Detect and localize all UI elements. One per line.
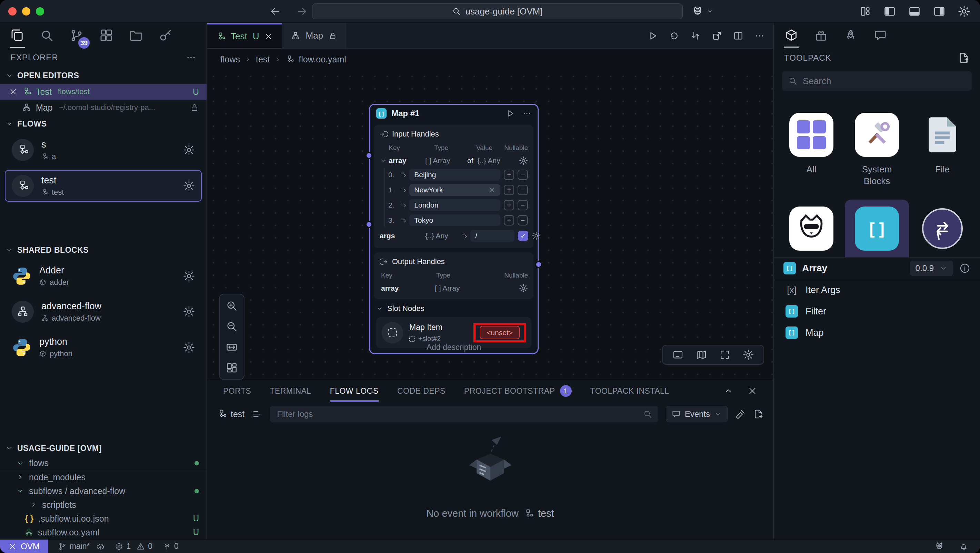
search-view-icon[interactable] — [39, 24, 54, 47]
tree-item-scriptlets[interactable]: scriptlets — [0, 498, 207, 512]
handle-settings-gear[interactable] — [519, 284, 528, 293]
add-item-button[interactable]: + — [504, 200, 514, 210]
category-all[interactable]: All — [779, 113, 843, 187]
fullscreen-button[interactable] — [719, 349, 730, 360]
array-item-input[interactable]: NewYork — [409, 184, 500, 196]
assistant-menu[interactable] — [691, 5, 713, 17]
open-editor-test[interactable]: Test flows/test U — [0, 84, 207, 100]
tree-item-subflow-ui-json[interactable]: { } .subflow.ui.oo.json U — [0, 512, 207, 525]
array-item-row[interactable]: 0. “› Beijing + − — [388, 168, 528, 181]
shared-block-python[interactable]: python python — [5, 332, 202, 363]
add-description-button[interactable]: Add description — [369, 343, 539, 352]
log-flow-selector[interactable]: test — [217, 409, 245, 419]
output-row-array[interactable]: array [ ] Array — [380, 282, 528, 294]
run-flow-button[interactable] — [648, 31, 658, 41]
flow-item-test[interactable]: test test — [5, 170, 202, 202]
rerun-button[interactable] — [669, 31, 679, 41]
node-more-button[interactable] — [522, 109, 531, 118]
string-type-icon[interactable]: “› — [401, 186, 406, 194]
ports-status[interactable]: 0 — [163, 542, 179, 551]
input-row-array[interactable]: array [ ] Array of {..} Any — [380, 154, 528, 167]
customize-layout-button[interactable] — [859, 6, 871, 17]
string-type-icon[interactable]: “› — [462, 232, 467, 240]
breadcrumb[interactable]: flows test flow.oo.yaml — [207, 49, 773, 70]
notifications-bell-icon[interactable] — [959, 542, 968, 551]
folder-view-icon[interactable] — [128, 24, 143, 47]
log-level-list-button[interactable] — [252, 409, 262, 419]
marketplace-view-icon[interactable] — [814, 24, 828, 47]
extensions-view-icon[interactable] — [99, 24, 114, 47]
forward-button[interactable] — [296, 6, 308, 17]
map-node[interactable]: [ ] Map #1 Input Handles Key — [369, 104, 539, 354]
block-settings-gear[interactable] — [183, 342, 195, 353]
close-icon[interactable] — [9, 87, 17, 96]
remove-item-button[interactable]: − — [518, 215, 528, 226]
close-tab-icon[interactable] — [264, 32, 273, 41]
slot-unset-button[interactable]: <unset> — [480, 326, 520, 339]
category-transform[interactable]: Transform — [910, 207, 974, 257]
remote-indicator[interactable]: OVM — [0, 540, 48, 553]
tab-toolpack-install[interactable]: TOOLPACK INSTALL — [590, 380, 669, 402]
toolpack-search-input[interactable] — [802, 76, 966, 87]
toolpack-view-icon[interactable] — [784, 24, 799, 48]
new-toolpack-button[interactable] — [958, 52, 970, 64]
tab-ports[interactable]: PORTS — [223, 380, 251, 402]
export-button[interactable] — [712, 31, 722, 41]
canvas-settings-button[interactable] — [743, 349, 754, 360]
chat-view-icon[interactable] — [873, 24, 888, 47]
toggle-sidebar-button[interactable] — [883, 5, 896, 17]
problems-status[interactable]: 1 0 — [115, 542, 153, 551]
category-file[interactable]: File — [910, 113, 974, 187]
clear-logs-button[interactable] — [735, 409, 746, 419]
string-type-icon[interactable]: “› — [401, 171, 406, 179]
sync-cloud-icon[interactable] — [96, 542, 105, 551]
shared-block-adder[interactable]: Adder adder — [5, 260, 202, 292]
tree-item-flows[interactable]: flows — [0, 456, 207, 470]
slot-nodes-header[interactable]: Slot Nodes — [376, 304, 531, 313]
args-value-input[interactable]: / — [470, 230, 514, 242]
toggle-secondary-sidebar-button[interactable] — [933, 5, 945, 17]
output-port-array[interactable] — [535, 261, 542, 268]
tab-flow-logs[interactable]: FLOW LOGS — [330, 380, 379, 402]
events-dropdown[interactable]: Events — [666, 406, 728, 422]
block-settings-gear[interactable] — [183, 306, 195, 318]
tree-item-subflow-yaml[interactable]: subflow.oo.yaml U — [0, 525, 207, 539]
fit-width-button[interactable] — [226, 341, 238, 353]
version-dropdown[interactable]: 0.0.9 — [910, 261, 953, 276]
toggle-panel-button[interactable] — [908, 5, 921, 17]
mascot-status-icon[interactable] — [934, 541, 945, 551]
toggle-panel-view-button[interactable] — [672, 349, 683, 360]
tab-code-deps[interactable]: CODE DEPS — [397, 380, 445, 402]
block-filter[interactable]: [ ] Filter — [774, 300, 980, 322]
auto-layout-button[interactable] — [226, 362, 238, 374]
add-item-button[interactable]: + — [504, 170, 514, 180]
flow-settings-gear[interactable] — [183, 180, 195, 192]
command-center-search[interactable]: usage-guide [OVM] — [312, 3, 683, 19]
sync-diff-button[interactable] — [690, 31, 701, 41]
handle-settings-gear[interactable] — [519, 156, 528, 165]
secrets-view-icon[interactable] — [158, 24, 173, 47]
info-icon[interactable] — [959, 263, 970, 274]
explorer-more-actions-button[interactable] — [186, 52, 196, 63]
flow-settings-gear[interactable] — [183, 144, 195, 156]
deploy-view-icon[interactable] — [843, 24, 858, 47]
flow-canvas[interactable]: [ ] Map #1 Input Handles Key — [207, 70, 773, 380]
toolpack-search-field[interactable] — [782, 72, 972, 91]
array-item-row[interactable]: 2. “› London + − — [388, 199, 528, 212]
chevron-down-icon[interactable] — [380, 157, 387, 164]
remove-item-button[interactable]: − — [518, 200, 528, 210]
flow-item-s[interactable]: s a — [5, 134, 202, 166]
array-item-row[interactable]: 3. “› Tokyo + − — [388, 214, 528, 227]
category-array[interactable]: [ ] Array — [845, 200, 909, 257]
array-item-input[interactable]: Tokyo — [409, 215, 500, 226]
remove-item-button[interactable]: − — [518, 185, 528, 195]
block-map[interactable]: [ ] Map — [774, 322, 980, 343]
workspace-folder-header[interactable]: USAGE-GUIDE [OVM] — [0, 440, 207, 456]
nullable-checkbox[interactable]: ✓ — [518, 230, 528, 241]
minimize-window-button[interactable] — [22, 7, 30, 16]
export-logs-button[interactable] — [753, 409, 764, 419]
tab-terminal[interactable]: TERMINAL — [270, 380, 311, 402]
clear-value-icon[interactable] — [488, 186, 496, 194]
tab-test[interactable]: Test U — [207, 23, 282, 48]
category-system-blocks[interactable]: System Blocks — [845, 113, 909, 187]
